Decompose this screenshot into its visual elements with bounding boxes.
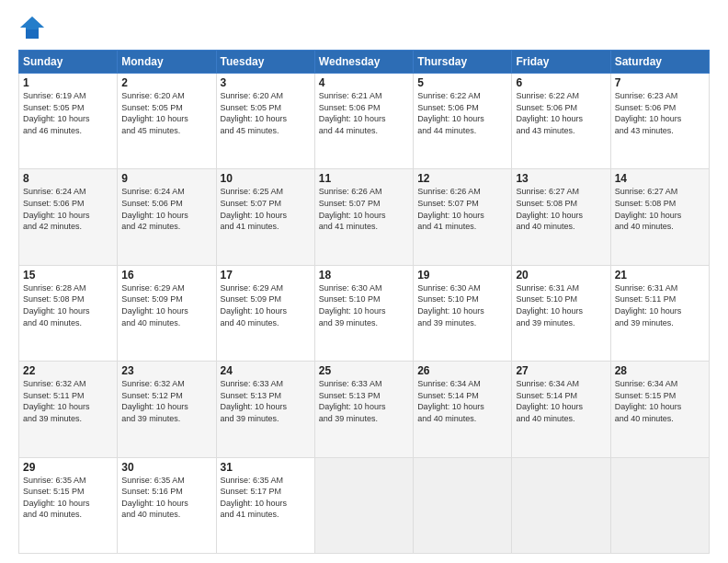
day-number: 6 [516,76,606,89]
calendar-day-cell: 29Sunrise: 6:35 AM Sunset: 5:15 PM Dayli… [19,457,118,553]
header [18,15,710,40]
calendar-day-cell: 13Sunrise: 6:27 AM Sunset: 5:08 PM Dayli… [512,169,610,265]
calendar-day-cell: 5Sunrise: 6:22 AM Sunset: 5:06 PM Daylig… [414,74,512,169]
day-info: Sunrise: 6:35 AM Sunset: 5:16 PM Dayligh… [121,475,211,521]
day-info: Sunrise: 6:35 AM Sunset: 5:17 PM Dayligh… [221,475,311,521]
calendar-day-cell: 11Sunrise: 6:26 AM Sunset: 5:07 PM Dayli… [314,169,413,265]
logo-icon [18,15,46,40]
day-info: Sunrise: 6:33 AM Sunset: 5:13 PM Dayligh… [319,378,409,424]
weekday-header: Tuesday [216,51,314,74]
calendar-day-cell: 28Sunrise: 6:34 AM Sunset: 5:15 PM Dayli… [610,362,709,457]
day-info: Sunrise: 6:34 AM Sunset: 5:15 PM Dayligh… [615,378,705,424]
day-number: 5 [417,76,507,89]
day-info: Sunrise: 6:35 AM Sunset: 5:15 PM Dayligh… [23,475,113,521]
day-number: 3 [221,76,311,89]
day-info: Sunrise: 6:20 AM Sunset: 5:05 PM Dayligh… [221,90,311,136]
day-info: Sunrise: 6:30 AM Sunset: 5:10 PM Dayligh… [417,282,507,328]
day-info: Sunrise: 6:25 AM Sunset: 5:07 PM Dayligh… [221,186,311,232]
calendar-day-cell: 8Sunrise: 6:24 AM Sunset: 5:06 PM Daylig… [19,169,118,265]
calendar-table: SundayMondayTuesdayWednesdayThursdayFrid… [18,50,710,554]
day-info: Sunrise: 6:29 AM Sunset: 5:09 PM Dayligh… [221,282,311,328]
calendar-week-row: 22Sunrise: 6:32 AM Sunset: 5:11 PM Dayli… [19,362,710,457]
day-info: Sunrise: 6:29 AM Sunset: 5:09 PM Dayligh… [121,282,211,328]
day-info: Sunrise: 6:31 AM Sunset: 5:10 PM Dayligh… [516,282,606,328]
calendar-week-row: 1Sunrise: 6:19 AM Sunset: 5:05 PM Daylig… [19,74,710,169]
calendar-day-cell: 18Sunrise: 6:30 AM Sunset: 5:10 PM Dayli… [314,265,413,361]
day-number: 27 [516,364,606,377]
calendar-day-cell: 30Sunrise: 6:35 AM Sunset: 5:16 PM Dayli… [118,457,216,553]
calendar-day-cell: 24Sunrise: 6:33 AM Sunset: 5:13 PM Dayli… [216,362,314,457]
day-info: Sunrise: 6:21 AM Sunset: 5:06 PM Dayligh… [319,90,409,136]
day-number: 12 [417,172,507,185]
calendar-day-cell: 7Sunrise: 6:23 AM Sunset: 5:06 PM Daylig… [610,74,709,169]
day-info: Sunrise: 6:33 AM Sunset: 5:13 PM Dayligh… [221,378,311,424]
day-number: 18 [319,269,409,282]
calendar-header-row: SundayMondayTuesdayWednesdayThursdayFrid… [19,51,710,74]
calendar-day-cell [414,457,512,553]
weekday-header: Sunday [19,51,118,74]
day-number: 22 [23,364,113,377]
calendar-day-cell: 20Sunrise: 6:31 AM Sunset: 5:10 PM Dayli… [512,265,610,361]
calendar-day-cell: 22Sunrise: 6:32 AM Sunset: 5:11 PM Dayli… [19,362,118,457]
calendar-day-cell [314,457,413,553]
day-number: 28 [615,364,705,377]
day-number: 1 [23,76,113,89]
day-info: Sunrise: 6:31 AM Sunset: 5:11 PM Dayligh… [615,282,705,328]
calendar-day-cell: 3Sunrise: 6:20 AM Sunset: 5:05 PM Daylig… [216,74,314,169]
calendar-day-cell: 31Sunrise: 6:35 AM Sunset: 5:17 PM Dayli… [216,457,314,553]
calendar-week-row: 8Sunrise: 6:24 AM Sunset: 5:06 PM Daylig… [19,169,710,265]
day-info: Sunrise: 6:19 AM Sunset: 5:05 PM Dayligh… [23,90,113,136]
calendar-day-cell: 12Sunrise: 6:26 AM Sunset: 5:07 PM Dayli… [414,169,512,265]
day-number: 26 [417,364,507,377]
day-number: 2 [121,76,211,89]
calendar-day-cell: 4Sunrise: 6:21 AM Sunset: 5:06 PM Daylig… [314,74,413,169]
day-info: Sunrise: 6:32 AM Sunset: 5:11 PM Dayligh… [23,378,113,424]
day-number: 13 [516,172,606,185]
svg-marker-1 [20,17,44,29]
calendar-week-row: 29Sunrise: 6:35 AM Sunset: 5:15 PM Dayli… [19,457,710,553]
calendar-day-cell: 23Sunrise: 6:32 AM Sunset: 5:12 PM Dayli… [118,362,216,457]
page: SundayMondayTuesdayWednesdayThursdayFrid… [0,0,728,563]
calendar-day-cell: 10Sunrise: 6:25 AM Sunset: 5:07 PM Dayli… [216,169,314,265]
calendar-day-cell: 1Sunrise: 6:19 AM Sunset: 5:05 PM Daylig… [19,74,118,169]
day-number: 30 [121,461,211,474]
calendar-day-cell: 17Sunrise: 6:29 AM Sunset: 5:09 PM Dayli… [216,265,314,361]
calendar-day-cell [512,457,610,553]
day-number: 24 [221,364,311,377]
calendar-day-cell: 14Sunrise: 6:27 AM Sunset: 5:08 PM Dayli… [610,169,709,265]
weekday-header: Saturday [610,51,709,74]
day-number: 16 [121,269,211,282]
day-number: 8 [23,172,113,185]
day-number: 17 [221,269,311,282]
day-number: 21 [615,269,705,282]
calendar-day-cell: 16Sunrise: 6:29 AM Sunset: 5:09 PM Dayli… [118,265,216,361]
day-info: Sunrise: 6:27 AM Sunset: 5:08 PM Dayligh… [516,186,606,232]
calendar-week-row: 15Sunrise: 6:28 AM Sunset: 5:08 PM Dayli… [19,265,710,361]
day-number: 10 [221,172,311,185]
calendar-day-cell: 26Sunrise: 6:34 AM Sunset: 5:14 PM Dayli… [414,362,512,457]
day-number: 19 [417,269,507,282]
day-info: Sunrise: 6:26 AM Sunset: 5:07 PM Dayligh… [319,186,409,232]
day-number: 15 [23,269,113,282]
weekday-header: Thursday [414,51,512,74]
day-number: 25 [319,364,409,377]
calendar-day-cell: 27Sunrise: 6:34 AM Sunset: 5:14 PM Dayli… [512,362,610,457]
day-number: 11 [319,172,409,185]
day-info: Sunrise: 6:26 AM Sunset: 5:07 PM Dayligh… [417,186,507,232]
weekday-header: Wednesday [314,51,413,74]
calendar-day-cell: 25Sunrise: 6:33 AM Sunset: 5:13 PM Dayli… [314,362,413,457]
day-info: Sunrise: 6:23 AM Sunset: 5:06 PM Dayligh… [615,90,705,136]
day-info: Sunrise: 6:34 AM Sunset: 5:14 PM Dayligh… [516,378,606,424]
day-number: 4 [319,76,409,89]
day-number: 20 [516,269,606,282]
weekday-header: Friday [512,51,610,74]
day-info: Sunrise: 6:34 AM Sunset: 5:14 PM Dayligh… [417,378,507,424]
day-number: 23 [121,364,211,377]
calendar-day-cell: 9Sunrise: 6:24 AM Sunset: 5:06 PM Daylig… [118,169,216,265]
day-number: 31 [221,461,311,474]
day-number: 7 [615,76,705,89]
day-info: Sunrise: 6:20 AM Sunset: 5:05 PM Dayligh… [121,90,211,136]
day-number: 29 [23,461,113,474]
day-info: Sunrise: 6:27 AM Sunset: 5:08 PM Dayligh… [615,186,705,232]
day-info: Sunrise: 6:24 AM Sunset: 5:06 PM Dayligh… [23,186,113,232]
